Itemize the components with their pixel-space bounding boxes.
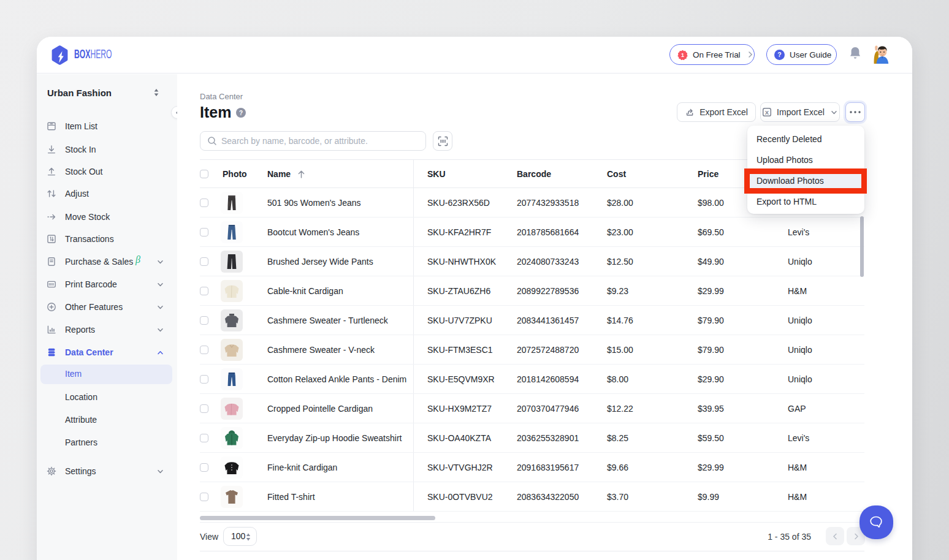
svg-text:?: ? — [239, 110, 243, 116]
svg-text:X: X — [765, 109, 769, 116]
svg-text:1: 1 — [681, 52, 684, 58]
svg-text:?: ? — [777, 51, 781, 58]
